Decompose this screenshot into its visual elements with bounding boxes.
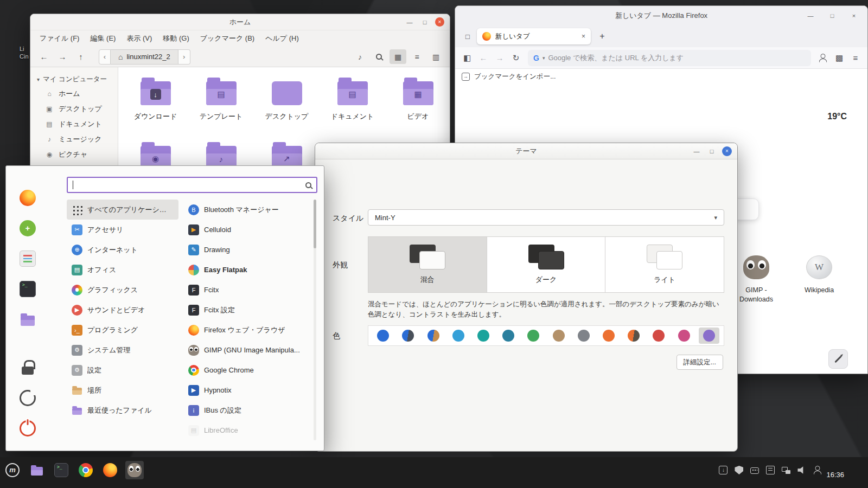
files-shortcut-icon[interactable] <box>20 311 36 328</box>
firefox-maximize-button[interactable]: □ <box>827 11 837 21</box>
gimp-launcher[interactable] <box>125 461 144 479</box>
fm-menu-item[interactable]: 表示 (V) <box>122 32 157 45</box>
tray-volume-icon[interactable] <box>797 466 806 474</box>
theme-close-button[interactable]: × <box>722 146 732 156</box>
menu-scrollbar[interactable] <box>314 200 316 440</box>
appearance-option-light[interactable]: ライト <box>605 237 724 292</box>
appearance-option-dark[interactable]: ダーク <box>487 237 606 292</box>
fm-menu-item[interactable]: ブックマーク (B) <box>195 32 259 45</box>
tray-shield-icon[interactable] <box>735 466 743 474</box>
menu-app-item[interactable]: ▶Celluloid <box>185 220 315 240</box>
list-view-button[interactable]: ≡ <box>409 49 425 64</box>
theme-titlebar[interactable]: テーマ — □ × <box>315 143 737 159</box>
fm-menu-item[interactable]: 編集 (E) <box>85 32 120 45</box>
menu-search-box[interactable] <box>67 177 317 193</box>
firefox-close-button[interactable]: × <box>849 11 859 21</box>
shutdown-icon[interactable] <box>20 420 36 436</box>
menu-app-item[interactable]: FFcitx <box>185 280 315 300</box>
chrome-launcher[interactable] <box>76 461 95 479</box>
advanced-settings-button[interactable]: 詳細設定... <box>676 355 723 370</box>
software-manager-icon[interactable] <box>20 220 36 236</box>
menu-app-item[interactable]: ✎Drawing <box>185 240 315 260</box>
menu-search-input[interactable] <box>75 181 305 189</box>
menu-category-item[interactable]: ⚙設定 <box>67 360 178 380</box>
menu-category-item[interactable]: ⊕インターネット <box>67 240 178 260</box>
grid-view-button[interactable]: ▦ <box>390 49 406 64</box>
style-dropdown[interactable]: Mint-Y ▾ <box>368 209 724 226</box>
color-swatch-orange-dark[interactable] <box>623 328 644 344</box>
color-swatch-green[interactable] <box>523 328 544 344</box>
tray-updates-icon[interactable] <box>719 466 727 474</box>
menu-category-item[interactable]: すべてのアプリケーション <box>67 200 178 220</box>
fm-sidebar-item[interactable]: ▣ デスクトップ <box>30 101 118 117</box>
fm-sidebar-item[interactable]: ⌂ ホーム <box>30 86 118 101</box>
firefox-active-tab[interactable]: 新しいタブ × <box>477 28 591 44</box>
menu-app-item[interactable]: ▶Hypnotix <box>185 380 315 400</box>
menu-category-item[interactable]: ›_プログラミング <box>67 320 178 340</box>
newtab-tile[interactable]: GIMP - Downloads <box>732 255 781 304</box>
search-engine-chevron-icon[interactable]: ▾ <box>542 55 545 61</box>
back-button[interactable]: ← <box>36 50 52 64</box>
google-search-icon[interactable]: G <box>533 54 539 62</box>
forward-button[interactable]: → <box>54 50 71 64</box>
menu-category-item[interactable]: グラフィックス <box>67 280 178 300</box>
fm-sidebar-item[interactable]: ◉ ピクチャ <box>30 147 118 162</box>
tray-network-icon[interactable] <box>782 466 790 474</box>
logout-icon[interactable] <box>20 390 36 406</box>
menu-app-item[interactable]: Easy Flatpak <box>185 260 315 280</box>
firefox-shortcut-icon[interactable] <box>20 190 36 206</box>
browser-back-button[interactable]: ← <box>476 50 491 66</box>
menu-category-item[interactable]: ⚙システム管理 <box>67 340 178 360</box>
theme-minimize-button[interactable]: — <box>692 146 701 156</box>
color-swatch-blue[interactable] <box>373 328 393 344</box>
tray-notes-icon[interactable] <box>766 466 775 474</box>
fm-menu-item[interactable]: ファイル (F) <box>35 32 84 45</box>
reload-button[interactable]: ↻ <box>508 50 524 66</box>
firefox-launcher[interactable] <box>101 461 119 479</box>
fm-sidebar-item[interactable]: ♪ ミュージック <box>30 132 118 147</box>
package-manager-icon[interactable] <box>20 251 36 267</box>
tab-overview-icon[interactable]: □ <box>461 29 475 43</box>
folder-item[interactable]: ▤ テンプレート <box>188 81 254 121</box>
color-swatch-pink[interactable] <box>674 328 694 344</box>
color-swatch-orange[interactable] <box>598 328 619 344</box>
tray-keyboard-icon[interactable] <box>750 467 759 474</box>
lock-screen-icon[interactable] <box>20 359 36 376</box>
compact-view-button[interactable]: ▥ <box>427 49 444 64</box>
fm-titlebar[interactable]: ホーム — □ × <box>30 14 450 30</box>
new-tab-button[interactable]: + <box>595 29 609 43</box>
wallpaper-edit-button[interactable] <box>828 349 848 369</box>
clock[interactable]: 16:36 <box>826 471 844 479</box>
url-bar[interactable]: G ▾ Google で検索、または URL を入力します <box>528 50 811 66</box>
fm-menu-item[interactable]: 移動 (G) <box>158 32 194 45</box>
menu-category-item[interactable]: 場所 <box>67 380 178 400</box>
menu-category-item[interactable]: ▤オフィス <box>67 260 178 280</box>
appearance-option-mixed[interactable]: 混合 <box>368 237 487 292</box>
terminal-launcher[interactable] <box>52 461 71 479</box>
terminal-shortcut-icon[interactable] <box>20 281 36 297</box>
menu-category-item[interactable]: ▶サウンドとビデオ <box>67 300 178 320</box>
folder-item[interactable]: デスクトップ <box>254 81 320 121</box>
up-button[interactable]: ↑ <box>73 50 89 64</box>
files-launcher[interactable] <box>28 461 46 479</box>
color-swatch-sand[interactable] <box>548 328 569 344</box>
menu-category-item[interactable]: ✂アクセサリ <box>67 220 178 240</box>
color-swatch-purple[interactable] <box>699 328 719 344</box>
menu-app-item[interactable]: BBluetooth マネージャー <box>185 200 315 220</box>
folder-item[interactable]: ↓ ダウンロード <box>123 81 188 121</box>
app-menu-icon[interactable]: ≡ <box>848 50 863 66</box>
tray-user-icon[interactable] <box>813 466 822 474</box>
folder-item[interactable]: ▦ ビデオ <box>385 81 450 121</box>
search-button[interactable] <box>371 49 387 64</box>
menu-app-item[interactable]: GIMP (GNU Image Manipula... <box>185 340 315 360</box>
color-swatch-blue-sand[interactable] <box>423 328 444 344</box>
firefox-minimize-button[interactable]: — <box>806 11 815 21</box>
menu-app-item[interactable]: FFcitx 設定 <box>185 300 315 320</box>
fm-sidebar-header[interactable]: ▾ マイ コンピューター <box>30 73 118 86</box>
color-swatch-grey[interactable] <box>573 328 594 344</box>
breadcrumb-left-arrow[interactable]: ‹ <box>99 49 111 65</box>
menu-category-item[interactable]: 最近使ったファイル <box>67 400 178 420</box>
theme-maximize-button[interactable]: □ <box>707 146 717 156</box>
menu-app-item[interactable]: ▤LibreOffice <box>185 420 315 440</box>
menu-app-item[interactable]: Firefox ウェブ・ブラウザ <box>185 320 315 340</box>
